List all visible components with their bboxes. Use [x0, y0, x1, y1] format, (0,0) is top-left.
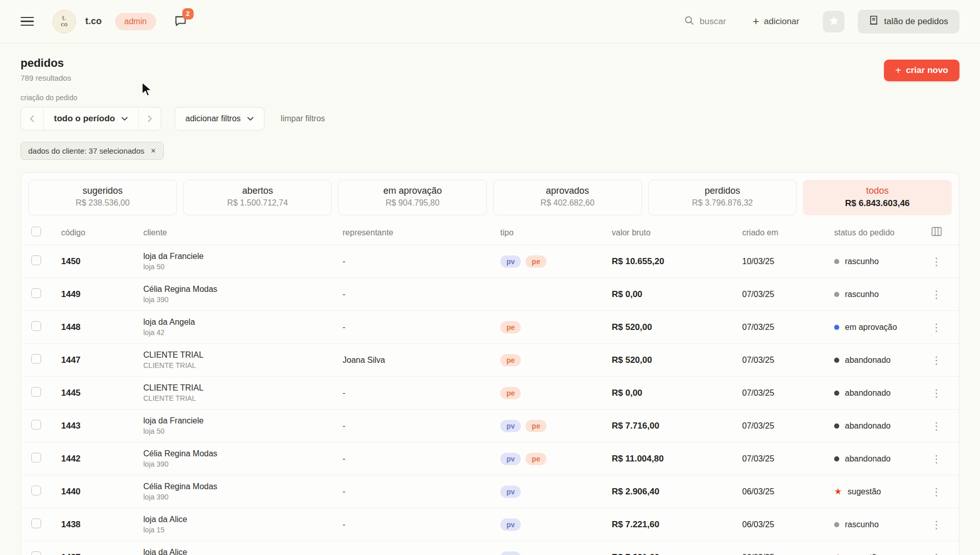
row-checkbox[interactable]	[31, 486, 41, 495]
active-filter-chip[interactable]: dados do cliente: 37 selecionados ✕	[21, 142, 164, 160]
create-order-button[interactable]: + criar novo	[884, 60, 959, 81]
chevron-down-icon	[247, 114, 254, 123]
order-pad-button[interactable]: talão de pedidos	[858, 10, 959, 33]
status-label: em aprovação	[845, 323, 897, 332]
tipo-badge-pv: pv	[500, 519, 521, 531]
client-name: loja da Franciele	[143, 252, 343, 261]
row-menu-button[interactable]: ⋮	[931, 355, 941, 366]
row-checkbox[interactable]	[31, 354, 41, 364]
table-row[interactable]: 1437 loja da Alice loja 15 - pv R$ 7.221…	[21, 541, 959, 555]
cell-status: rascunho	[834, 290, 924, 299]
cell-codigo: 1438	[61, 520, 143, 530]
filter-chip-label: dados do cliente: 37 selecionados	[28, 146, 144, 155]
table-row[interactable]: 1440 Célia Regina Modas loja 390 - pv R$…	[21, 475, 959, 508]
col-representante: representante	[343, 228, 500, 237]
add-button[interactable]: + adicionar	[752, 15, 799, 28]
row-checkbox[interactable]	[31, 387, 41, 397]
row-menu-button[interactable]: ⋮	[931, 453, 941, 465]
plus-icon: +	[752, 15, 759, 28]
cell-status: rascunho	[834, 520, 924, 529]
menu-icon[interactable]	[21, 17, 34, 26]
receipt-icon	[869, 15, 878, 28]
summary-card[interactable]: em aprovação R$ 904.795,80	[338, 180, 487, 215]
row-checkbox[interactable]	[31, 420, 41, 430]
col-status: status do pedido	[834, 228, 924, 237]
row-menu-button[interactable]: ⋮	[931, 289, 941, 300]
brand-logo[interactable]: t. co	[52, 10, 76, 33]
search-button[interactable]: buscar	[684, 15, 726, 28]
summary-card[interactable]: abertos R$ 1.500.712,74	[183, 180, 332, 215]
status-label: sugestão	[847, 487, 881, 496]
add-filters-button[interactable]: adicionar filtros	[175, 107, 265, 131]
status-dot	[834, 292, 839, 297]
summary-card[interactable]: sugeridos R$ 238.536,00	[28, 180, 177, 215]
row-menu-button[interactable]: ⋮	[931, 552, 941, 555]
period-dropdown[interactable]: todo o período	[44, 107, 138, 130]
row-menu-button[interactable]: ⋮	[931, 420, 941, 432]
row-checkbox[interactable]	[31, 255, 41, 265]
table-row[interactable]: 1447 CLIENTE TRIAL CLIENTE TRIAL Joana S…	[21, 344, 959, 377]
summary-card-value: R$ 3.796.876,32	[652, 198, 794, 208]
select-all-checkbox[interactable]	[31, 227, 41, 236]
chat-button[interactable]: 2	[174, 14, 187, 29]
cell-representante: -	[343, 290, 500, 299]
client-sub: loja 42	[143, 328, 343, 337]
orders-table: código cliente representante tipo valor …	[21, 220, 959, 555]
cell-status: em aprovação	[834, 323, 924, 332]
plus-icon: +	[895, 65, 901, 77]
clear-filters-link[interactable]: limpar filtros	[281, 114, 325, 123]
row-checkbox[interactable]	[31, 453, 41, 462]
client-sub: loja 50	[143, 263, 343, 271]
cell-status: abandonado	[834, 421, 924, 431]
tipo-badge-pe: pe	[500, 354, 521, 366]
cell-status: abandonado	[834, 454, 924, 464]
cell-codigo: 1447	[61, 355, 143, 365]
cell-codigo: 1442	[61, 454, 143, 464]
col-codigo: código	[61, 228, 143, 237]
close-icon[interactable]: ✕	[150, 147, 156, 155]
row-menu-button[interactable]: ⋮	[931, 322, 941, 333]
create-order-label: criar novo	[906, 65, 948, 76]
row-menu-button[interactable]: ⋮	[931, 519, 941, 530]
status-label: abandonado	[845, 454, 891, 464]
cell-criado: 06/03/25	[742, 520, 834, 529]
row-checkbox[interactable]	[31, 519, 41, 528]
summary-card[interactable]: aprovados R$ 402.682,60	[493, 180, 642, 215]
col-valor-bruto: valor bruto	[612, 228, 742, 237]
table-row[interactable]: 1445 CLIENTE TRIAL CLIENTE TRIAL - pe R$…	[21, 377, 959, 410]
cell-tipo: pv	[500, 486, 612, 498]
cell-valor: R$ 10.655,20	[612, 256, 742, 267]
status-dot	[834, 391, 839, 396]
tipo-badge-pe: pe	[525, 453, 546, 465]
period-prev-button[interactable]	[21, 107, 44, 130]
results-count: 789 resultados	[21, 73, 71, 82]
search-label: buscar	[700, 16, 726, 27]
row-menu-button[interactable]: ⋮	[931, 387, 941, 399]
row-checkbox[interactable]	[31, 551, 41, 555]
summary-card[interactable]: todos R$ 6.843.603,46	[803, 180, 952, 215]
page-title: pedidos	[21, 57, 71, 70]
table-row[interactable]: 1438 loja da Alice loja 15 - pv R$ 7.221…	[21, 508, 959, 541]
row-menu-button[interactable]: ⋮	[931, 256, 941, 267]
status-label: abandonado	[845, 388, 891, 398]
row-checkbox[interactable]	[31, 321, 41, 331]
cell-criado: 07/03/25	[742, 388, 834, 398]
top-bar: t. co t.co admin 2 buscar + a	[0, 0, 980, 43]
columns-settings-icon[interactable]	[931, 229, 942, 238]
tipo-badge-pe: pe	[500, 387, 521, 399]
table-row[interactable]: 1442 Célia Regina Modas loja 390 - pvpe …	[21, 442, 959, 475]
table-row[interactable]: 1450 loja da Franciele loja 50 - pvpe R$…	[21, 245, 959, 278]
cell-status: abandonado	[834, 356, 924, 365]
row-menu-button[interactable]: ⋮	[931, 486, 941, 497]
table-row[interactable]: 1443 loja da Franciele loja 50 - pvpe R$…	[21, 410, 959, 442]
cell-representante: Joana Silva	[343, 356, 500, 365]
status-dot: ★	[834, 487, 842, 496]
row-checkbox[interactable]	[31, 288, 41, 298]
table-row[interactable]: 1449 Célia Regina Modas loja 390 - R$ 0,…	[21, 278, 959, 311]
favorites-button[interactable]	[823, 11, 844, 32]
period-next-button[interactable]	[138, 107, 161, 130]
summary-cards: sugeridos R$ 238.536,00 abertos R$ 1.500…	[21, 173, 959, 220]
summary-card[interactable]: perdidos R$ 3.796.876,32	[648, 180, 797, 215]
admin-badge[interactable]: admin	[115, 13, 156, 30]
table-row[interactable]: 1448 loja da Angela loja 42 - pe R$ 520,…	[21, 311, 959, 344]
